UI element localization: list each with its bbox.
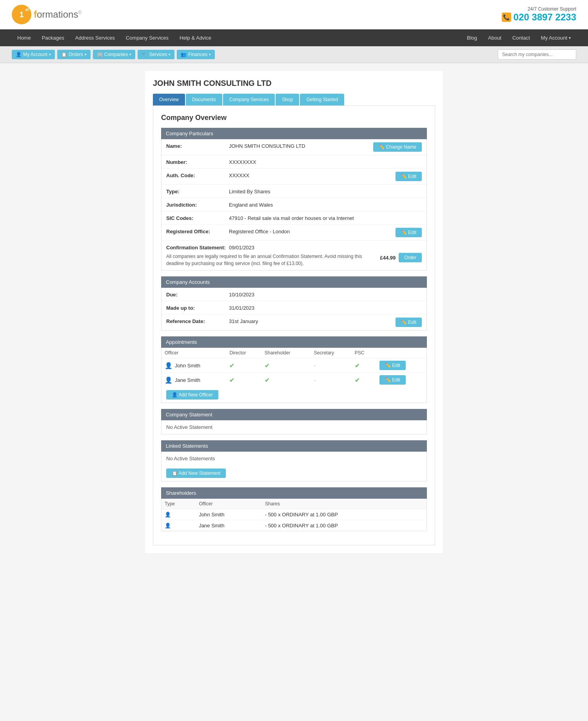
action-auth-code: ✏️ Edit [396,172,422,181]
sh-officer-1: John Smith [196,509,262,520]
tab-overview[interactable]: Overview [153,94,185,105]
my-account-icon: 👤 [16,52,22,57]
shareholders-header: Shareholders [161,487,427,499]
shareholders-header-row: Type Officer Shares [162,499,426,509]
check-shareholder-1: ✔ [265,362,270,369]
shareholders-table: Type Officer Shares 👤 John Smith - 500 x… [162,499,426,531]
change-name-button[interactable]: ✏️ Change Name [373,142,422,152]
label-reference-date: Reference Date: [166,318,229,324]
label-confirmation: Confirmation Statement: [166,244,229,251]
sh-user-icon-2: 👤 [165,523,171,528]
phone-icon: 📞 [502,13,511,22]
company-tabs: Overview Documents Company Services Shop… [153,94,435,105]
nav-home[interactable]: Home [12,29,36,46]
toolbar-orders[interactable]: 📋 Orders ▾ [57,50,91,59]
linked-statements-section: Linked Statements No Active Statements 📋… [161,440,427,481]
add-officer-row: 👤 Add New Officer [162,387,426,403]
label-auth-code: Auth. Code: [166,172,229,178]
sh-type-1: 👤 [162,509,196,520]
action-registered-office: ✏️ Edit [396,228,422,237]
toolbar-companies[interactable]: 🏢 Companies ▾ [93,50,136,59]
top-header: 1st formations© 24/7 Customer Support 📞 … [0,0,588,29]
main-nav: Home Packages Address Services Company S… [0,29,588,46]
user-icon-2: 👤 [165,376,172,384]
secretary-cell-1: - [311,358,352,373]
add-new-officer-button[interactable]: 👤 Add New Officer [166,390,218,400]
officer-cell-1: 👤 John Smith [162,358,226,373]
no-active-statement: No Active Statement [162,420,426,434]
label-made-up-to: Made up to: [166,304,229,311]
table-row: 👤 Jane Smith ✔ ✔ - ✔ ✏️ Edit [162,373,426,387]
toolbar-finances[interactable]: 👥 Finances ▾ [177,50,215,59]
user-icon-1: 👤 [165,362,172,369]
logo-reg: © [78,10,82,15]
my-account-dropdown-arrow: ▾ [569,36,571,40]
edit-auth-code-button[interactable]: ✏️ Edit [396,172,422,181]
nav-packages[interactable]: Packages [36,29,70,46]
table-row: 👤 Jane Smith - 500 x ORDINARY at 1.00 GB… [162,520,426,531]
edit-reference-date-button[interactable]: ✏️ Edit [396,318,422,327]
col-secretary: Secretary [311,348,352,358]
orders-icon: 📋 [61,52,67,57]
toolbar-services[interactable]: 🔧 Services ▾ [138,50,174,59]
main-nav-left: Home Packages Address Services Company S… [12,29,217,46]
tab-content: Company Overview Company Particulars Nam… [153,105,435,545]
value-due: 10/10/2023 [229,291,422,298]
add-new-statement-button[interactable]: 📋 Add New Statement [166,469,226,478]
company-statement-header: Company Statement [161,409,427,420]
tab-company-services[interactable]: Company Services [223,94,275,105]
label-registered-office: Registered Office: [166,228,229,234]
toolbar-my-account[interactable]: 👤 My Account ▾ [12,50,55,59]
companies-icon: 🏢 [97,52,103,57]
no-active-statements: No Active Statements [162,452,426,465]
company-particulars-section: Company Particulars Name: JOHN SMITH CON… [161,128,427,271]
nav-contact[interactable]: Contact [507,29,535,46]
appointments-section: Appointments Officer Director Shareholde… [161,336,427,403]
col-shareholder: Shareholder [261,348,311,358]
shareholders-section: Shareholders Type Officer Shares 👤 [161,487,427,531]
table-row: 👤 John Smith ✔ ✔ - ✔ ✏️ Edit [162,358,426,373]
edit-officer-2-button[interactable]: ✏️ Edit [379,375,406,385]
value-name: JOHN SMITH CONSULTING LTD [229,142,373,149]
company-statement-section: Company Statement No Active Statement [161,409,427,434]
director-cell-2: ✔ [226,373,261,387]
search-input[interactable] [498,49,576,60]
nav-my-account[interactable]: My Account ▾ [535,29,576,46]
dash-secretary-1: - [314,363,316,369]
nav-blog[interactable]: Blog [461,29,483,46]
conf-top-row: Confirmation Statement: 09/01/2023 [166,244,422,251]
appointments-header-row: Officer Director Shareholder Secretary P… [162,348,426,358]
appointments-header: Appointments [161,336,427,348]
tab-documents[interactable]: Documents [186,94,222,105]
nav-address-services[interactable]: Address Services [70,29,120,46]
toolbar-search [498,49,576,60]
dash-secretary-2: - [314,377,316,383]
edit-registered-office-button[interactable]: ✏️ Edit [396,228,422,237]
row-confirmation-statement: Confirmation Statement: 09/01/2023 All c… [162,241,426,270]
row-reference-date: Reference Date: 31st January ✏️ Edit [162,314,426,330]
order-confirmation-button[interactable]: Order [399,253,422,262]
tab-getting-started[interactable]: Getting Started [300,94,344,105]
check-shareholder-2: ✔ [265,377,270,383]
edit-officer-1-button[interactable]: ✏️ Edit [379,361,406,370]
nav-about[interactable]: About [483,29,507,46]
col-action [376,348,426,358]
shareholders-body: Type Officer Shares 👤 John Smith - 500 x… [161,499,427,531]
value-jurisdiction: England and Wales [229,201,422,208]
shareholder-cell-2: ✔ [261,373,311,387]
row-sic-codes: SIC Codes: 47910 - Retail sale via mail … [162,211,426,225]
value-confirmation-date: 09/01/2023 [229,244,422,251]
appointments-table: Officer Director Shareholder Secretary P… [162,348,426,387]
action-reference-date: ✏️ Edit [396,318,422,327]
nav-company-services[interactable]: Company Services [120,29,174,46]
col-sh-officer: Officer [196,499,262,509]
page-content: JOHN SMITH CONSULTING LTD Overview Docum… [145,71,443,553]
logo-circle: 1st [12,5,31,24]
company-accounts-section: Company Accounts Due: 10/10/2023 Made up… [161,276,427,331]
sh-user-icon-1: 👤 [165,512,171,518]
nav-help-advice[interactable]: Help & Advice [174,29,217,46]
shareholder-cell-1: ✔ [261,358,311,373]
row-registered-office: Registered Office: Registered Office - L… [162,225,426,241]
company-accounts-body: Due: 10/10/2023 Made up to: 31/01/2023 R… [161,288,427,331]
tab-shop[interactable]: Shop [276,94,299,105]
